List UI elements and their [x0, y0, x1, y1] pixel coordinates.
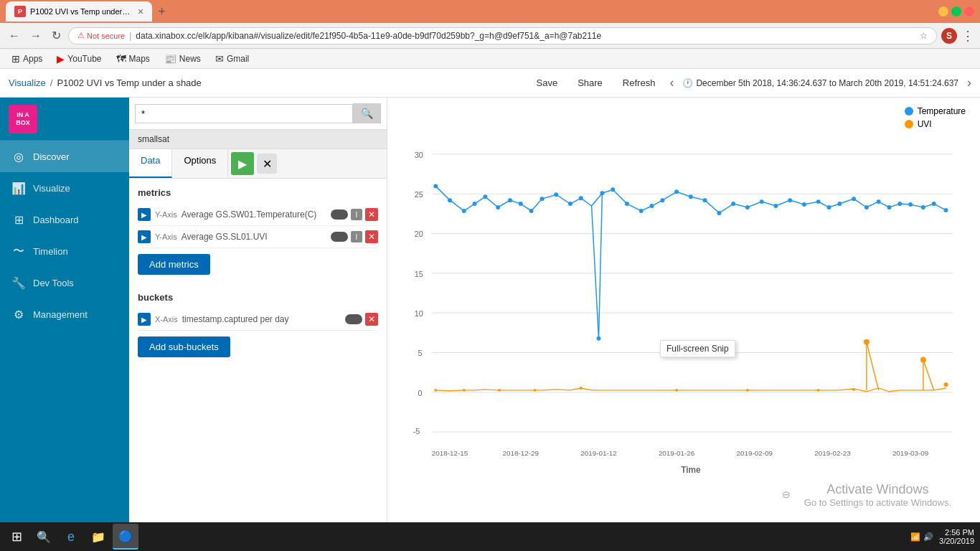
new-tab-button[interactable]: +	[158, 4, 166, 19]
expand-temperature[interactable]: ▶	[138, 208, 151, 221]
apps-icon: ⊞	[11, 53, 20, 65]
forward-button[interactable]: →	[27, 28, 44, 44]
info-uvi[interactable]: I	[351, 231, 362, 242]
chart-area: Temperature UVI 30 25 20 15 10 5	[387, 98, 980, 551]
time-range[interactable]: 🕐 December 5th 2018, 14:36:24.637 to Mar…	[682, 78, 958, 88]
svg-line-31	[598, 193, 602, 339]
remove-uvi[interactable]: ✕	[365, 230, 378, 243]
save-button[interactable]: Save	[531, 75, 564, 91]
svg-point-25	[540, 197, 544, 201]
browser-menu-button[interactable]: ⋮	[961, 28, 974, 44]
taskbar-ie[interactable]: e	[58, 524, 84, 550]
svg-point-38	[674, 189, 679, 194]
svg-point-47	[802, 202, 806, 207]
svg-line-62	[867, 342, 879, 390]
address-bar[interactable]: ⚠ Not secure | data.xinabox.cc/elk/app/k…	[68, 27, 937, 44]
metrics-title: metrics	[138, 187, 378, 198]
svg-point-26	[554, 192, 558, 197]
bookmark-maps[interactable]: 🗺 Maps	[110, 52, 156, 66]
search-button[interactable]: 🔍	[353, 103, 381, 123]
browser-tab[interactable]: P P1002 UVI vs Temp under a sha... ×	[6, 1, 152, 22]
svg-point-43	[745, 205, 750, 209]
remove-bucket[interactable]: ✕	[365, 313, 378, 326]
profile-avatar[interactable]: S	[941, 28, 957, 44]
reload-button[interactable]: ↻	[49, 27, 64, 44]
start-button[interactable]: ⊞	[6, 526, 28, 547]
star-icon[interactable]: ☆	[920, 31, 928, 41]
refresh-button[interactable]: Refresh	[617, 75, 661, 91]
svg-point-58	[932, 202, 936, 206]
visualize-breadcrumb-link[interactable]: Visualize	[9, 77, 46, 88]
y-axis-label-1: Y-Axis	[155, 210, 177, 219]
taskbar-search[interactable]: 🔍	[31, 524, 57, 550]
svg-point-44	[760, 199, 764, 204]
gmail-icon: ✉	[215, 53, 224, 65]
legend-dot-temp	[905, 107, 913, 116]
prev-arrow[interactable]: ‹	[669, 75, 674, 90]
svg-text:10: 10	[415, 309, 423, 318]
discover-icon: ◎	[11, 149, 26, 164]
back-button[interactable]: ←	[6, 28, 23, 44]
taskbar-right: 📶 🔊 2:56 PM 3/20/2019	[910, 528, 974, 545]
add-sub-buckets-button[interactable]: Add sub-buckets	[138, 336, 230, 357]
sidebar-item-management[interactable]: ⚙ Management	[0, 298, 129, 330]
taskbar: ⊞ 🔍 e 📁 🔵 📶 🔊 2:56 PM 3/20/2019	[0, 522, 980, 551]
youtube-icon: ▶	[57, 53, 65, 65]
x-axis-label: X-Axis	[155, 315, 178, 324]
toggle-uvi[interactable]	[331, 232, 348, 242]
toggle-temp[interactable]	[331, 209, 348, 220]
add-metrics-button[interactable]: Add metrics	[138, 254, 210, 275]
sidebar-item-timelion[interactable]: 〜 Timelion	[0, 235, 129, 267]
app-toolbar: Visualize / P1002 UVI vs Temp under a sh…	[0, 69, 980, 98]
bookmark-gmail[interactable]: ✉ Gmail	[209, 52, 255, 66]
cancel-button[interactable]: ✕	[257, 154, 277, 174]
news-icon: 📰	[164, 53, 176, 65]
svg-text:0: 0	[418, 389, 423, 397]
bucket-label: timestamp.captured per day	[182, 314, 341, 324]
sidebar-item-visualize[interactable]: 📊 Visualize	[0, 172, 129, 204]
svg-point-59	[944, 208, 948, 212]
share-button[interactable]: Share	[572, 75, 608, 91]
close-button[interactable]	[964, 6, 974, 17]
expand-uvi[interactable]: ▶	[138, 230, 151, 243]
tab-data[interactable]: Data	[129, 149, 172, 178]
sidebar-item-devtools[interactable]: 🔧 Dev Tools	[0, 267, 129, 298]
remove-temp[interactable]: ✕	[365, 208, 378, 221]
svg-text:-5: -5	[413, 427, 420, 435]
config-panel: 🔍 smallsat Data Options ▶ ✕ met	[129, 98, 387, 551]
bookmark-news[interactable]: 📰 News	[159, 52, 207, 66]
svg-point-57	[921, 205, 925, 209]
bookmark-youtube[interactable]: ▶ YouTube	[51, 52, 107, 66]
expand-bucket[interactable]: ▶	[138, 313, 151, 326]
sidebar-item-discover[interactable]: ◎ Discover	[0, 141, 129, 172]
toggle-bucket[interactable]	[345, 314, 362, 324]
svg-point-69	[498, 389, 501, 392]
sidebar-item-dashboard[interactable]: ⊞ Dashboard	[0, 204, 129, 235]
next-arrow[interactable]: ›	[967, 75, 971, 90]
taskbar-explorer[interactable]: 📁	[85, 524, 111, 550]
svg-text:20: 20	[415, 230, 423, 239]
metrics-section: metrics ▶ Y-Axis Average GS.SW01.Tempera…	[129, 179, 387, 283]
info-temp[interactable]: I	[351, 209, 362, 220]
search-input[interactable]	[135, 104, 353, 123]
bookmark-apps[interactable]: ⊞ Apps	[6, 52, 48, 66]
maximize-button[interactable]	[951, 6, 961, 17]
minimize-button[interactable]	[938, 6, 948, 17]
tab-close-button[interactable]: ×	[138, 6, 143, 17]
svg-text:⊖: ⊖	[782, 489, 791, 500]
run-button[interactable]: ▶	[231, 152, 254, 175]
legend-dot-uvi	[905, 120, 913, 128]
svg-line-30	[592, 206, 599, 339]
svg-text:2019-02-09: 2019-02-09	[737, 449, 773, 457]
svg-point-55	[897, 202, 902, 206]
legend-temperature: Temperature	[905, 106, 966, 116]
tab-options[interactable]: Options	[172, 149, 228, 178]
address-text: data.xinabox.cc/elk/app/kibana#/visualiz…	[136, 31, 601, 41]
taskbar-chrome[interactable]: 🔵	[113, 524, 138, 550]
tab-title: P1002 UVI vs Temp under a sha...	[30, 7, 131, 16]
security-warning: ⚠ Not secure	[77, 31, 125, 40]
panel-area: 🔍 smallsat Data Options ▶ ✕ met	[129, 98, 980, 551]
svg-text:15: 15	[415, 270, 423, 278]
buckets-section: buckets ▶ X-Axis timestamp.captured per …	[129, 283, 387, 366]
svg-point-37	[660, 198, 664, 202]
